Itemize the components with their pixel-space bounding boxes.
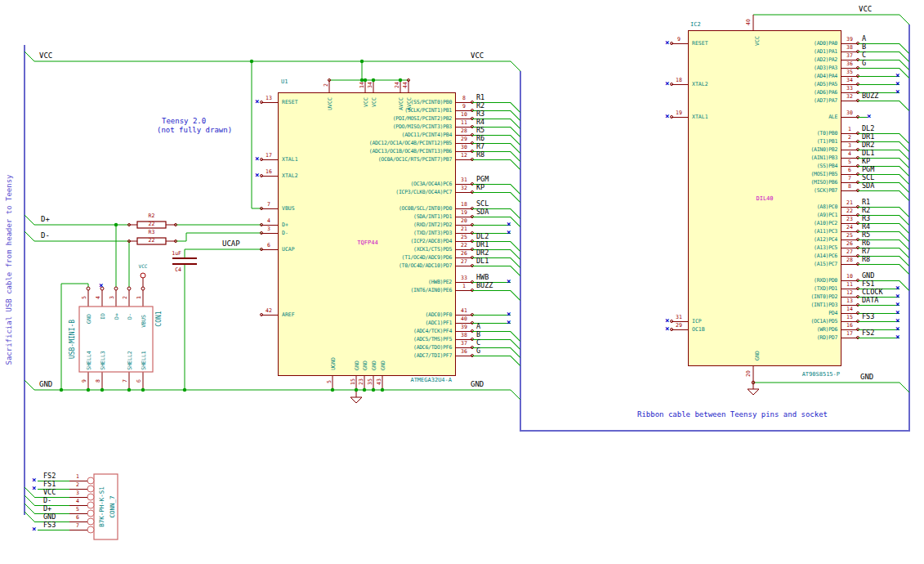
pin-row[interactable]: (SS/PCINT0)PB0 8 R1 × xyxy=(310,98,527,106)
net-label-ucap[interactable]: UCAP xyxy=(222,239,240,248)
pin-row[interactable]: × xyxy=(310,302,527,311)
pin-row[interactable]: (A14)PC6 27 R7 × xyxy=(719,252,923,260)
pin-name: (INT1)PD3 xyxy=(719,302,837,308)
u1-pin-xtal1[interactable]: × 17 XTAL1 xyxy=(258,155,340,163)
pin-row[interactable]: × xyxy=(310,163,527,172)
net-label-gnd[interactable]: GND xyxy=(860,373,873,381)
wire xyxy=(472,225,511,226)
pin-row[interactable]: (MISO)PB6 7 SCL × xyxy=(719,178,923,186)
pin-row[interactable]: (AD7)PA7 32 BUZZ × xyxy=(719,96,923,105)
pin-row[interactable]: (TXD)PD1 11 FS1 × xyxy=(719,284,923,293)
no-connect-icon: × xyxy=(895,316,899,325)
pin-row[interactable]: × xyxy=(719,268,923,276)
pin-row[interactable]: (OC3A/OC4A)PC6 31 PGM × xyxy=(310,180,527,188)
pin-row[interactable]: (T0/OC4D/ADC10)PD7 27 DL1 × xyxy=(310,262,527,270)
pin-row[interactable]: (OC0B/SCL/INT0)PD0 18 SCL × xyxy=(310,204,527,213)
u1-ref[interactable]: U1 xyxy=(281,78,288,85)
pin-row[interactable]: (AD3)PA3 36 G × xyxy=(719,64,923,72)
r3-ref[interactable]: R3 xyxy=(137,230,166,235)
u1-pin-ucap[interactable]: 6 UCAP xyxy=(258,245,340,253)
wire xyxy=(858,264,899,265)
pin-row[interactable]: (AD1)PA1 38 B × xyxy=(719,47,923,56)
net-label-vcc[interactable]: VCC xyxy=(859,5,872,13)
net-label-vcc[interactable]: VCC xyxy=(39,51,52,60)
pin-row[interactable]: (SCK)PB7 8 SDA × xyxy=(719,186,923,195)
pin-row[interactable]: (ADC6/TDO)PF6 37 C × xyxy=(310,343,527,351)
pin-number: 1 xyxy=(72,473,83,480)
pin-number: 6 xyxy=(72,514,83,521)
pin-row[interactable]: (PDO/MISO/PCINT3)PB3 11 R4 × xyxy=(310,123,527,131)
pin-row[interactable]: (ICP2/ADC8)PD4 25 DL2 × xyxy=(310,237,527,245)
pin-row[interactable]: (SS)PB4 5 KP × xyxy=(719,162,923,170)
pin-row[interactable]: (OC0A/OC1C/RTS/PCINT7)PB7 12 R8 × xyxy=(310,155,527,163)
net-label: R1 xyxy=(476,93,484,101)
pin-row[interactable]: (SCLK/PCINT1)PB1 9 R2 × xyxy=(310,106,527,114)
pin-row[interactable]: (A10)PC2 23 R3 × xyxy=(719,219,923,227)
pin-row[interactable]: × xyxy=(310,270,527,278)
pin-row[interactable]: (ADC1)PF1 40 × xyxy=(310,319,527,327)
pin-row[interactable]: × xyxy=(310,294,527,302)
pin-row[interactable]: (INT1)PD3 13 DATA × xyxy=(719,301,923,309)
pin-row[interactable]: (HWB)PE2 33 HWB × xyxy=(310,278,527,286)
pin-row[interactable]: (ADC11/PCINT4)PB4 28 R5 × xyxy=(310,131,527,139)
u1-pin-xtal2[interactable]: × 16 XTAL2 xyxy=(258,172,340,180)
c4-ref[interactable]: C4 xyxy=(160,267,181,273)
r2-ref[interactable]: R2 xyxy=(137,213,166,219)
pin-row[interactable]: (INT0)PD2 12 CLOCK × xyxy=(719,293,923,301)
pin-row[interactable]: (ICP3/CLK0/OC4A)PC7 32 KP × xyxy=(310,188,527,196)
pin-row[interactable]: (PDI/MOSI/PCINT2)PB2 10 R3 × xyxy=(310,114,527,123)
ic2-pin-reset[interactable]: × 9 RESET xyxy=(668,39,750,47)
pin-row[interactable]: (AIN0)PB2 3 DR2 × xyxy=(719,145,923,154)
pin-row[interactable]: (INT6/AIN0)PE6 1 BUZZ × xyxy=(310,286,527,294)
pin-row[interactable]: (ADC0)PF0 41 × xyxy=(310,311,527,319)
pin-row[interactable]: (RXD)PD0 10 GND × xyxy=(719,276,923,284)
pin-row[interactable]: (SDA/INT1)PD1 19 SDA × xyxy=(310,213,527,221)
pin-row[interactable]: (ADC7/TDI)PF7 36 G × xyxy=(310,351,527,360)
u1-pin-dminus[interactable]: 3 D- xyxy=(258,229,340,237)
pin-row[interactable]: (ADC12/OC1A/OC4B/PCINT12)PB5 29 R6 × xyxy=(310,139,527,147)
ic2-pin-oc1b[interactable]: × 29 OC1B xyxy=(668,325,750,333)
pin-row[interactable]: × xyxy=(310,196,527,204)
pin-row[interactable]: (T1)PB1 2 DR1 × xyxy=(719,137,923,145)
u1-pin-aref[interactable]: 42 AREF xyxy=(258,311,340,319)
net-label-dplus[interactable]: D+ xyxy=(41,215,50,223)
pin-row[interactable]: (ADC5/TMS)PF5 38 B × xyxy=(310,335,527,343)
net-label: DR2 xyxy=(476,248,489,257)
pin-row[interactable]: (RD)PD7 17 FS2 × xyxy=(719,333,923,342)
pin-row[interactable]: (A11)PC3 24 R4 × xyxy=(719,227,923,235)
pin-row[interactable]: PD4 14 × xyxy=(719,309,923,317)
pin-row[interactable]: (T0)PB0 1 DL2 × xyxy=(719,129,923,137)
wire xyxy=(858,338,899,338)
net-label-dminus[interactable]: D- xyxy=(41,231,50,239)
pin-row[interactable]: (MOSI)PB5 6 PGM × xyxy=(719,170,923,178)
pin-name: (ADC13/OC1B/OC4B/PCINT13)PB6 xyxy=(310,148,452,154)
pin-row[interactable]: (A12)PC4 25 R5 × xyxy=(719,235,923,244)
pin-row[interactable]: (A13)PC5 26 R6 × xyxy=(719,244,923,252)
pin-row[interactable]: (T1/OC4D/ADC9)PD6 26 DR2 × xyxy=(310,253,527,262)
pin-row[interactable]: (RXD/INT2)PD2 20 × xyxy=(310,221,527,229)
net-label: FS1 xyxy=(862,280,874,288)
pin-row[interactable]: (A15)PC7 28 R8 × xyxy=(719,260,923,268)
pin-row[interactable]: (A8)PC0 21 R1 × xyxy=(719,203,923,211)
pin-number: 13 xyxy=(842,298,857,304)
pin-row[interactable]: (XCK1/CTS)PD5 22 DR1 × xyxy=(310,245,527,253)
pin-row[interactable]: × FS3 7 xyxy=(33,526,124,534)
net-label-gnd[interactable]: GND xyxy=(471,380,484,388)
pin-row[interactable]: × xyxy=(310,172,527,180)
net-label-gnd[interactable]: GND xyxy=(39,380,52,388)
u1-pin-vbus[interactable]: 7 VBUS xyxy=(258,204,340,213)
net-label-vcc[interactable]: VCC xyxy=(471,51,484,60)
pin-row[interactable]: × xyxy=(719,121,923,129)
pin-row[interactable]: (ADC4/TCK)PF4 39 A × xyxy=(310,327,527,335)
pin-row[interactable]: × xyxy=(719,105,923,113)
ic2-pin-xtal1[interactable]: × 19 XTAL1 xyxy=(668,113,750,121)
pin-row[interactable]: (AD2)PA2 37 C × xyxy=(719,56,923,64)
ic2-ref[interactable]: IC2 xyxy=(690,21,701,28)
pin-row[interactable]: (AIN1)PB3 4 DL1 × xyxy=(719,154,923,162)
pin-row[interactable]: (AD6)PA6 33 × xyxy=(719,88,923,96)
pin-row[interactable]: (TXD/INT3)PD3 21 × xyxy=(310,229,527,237)
pin-row[interactable]: (A9)PC1 22 R2 × xyxy=(719,211,923,219)
ic2-pin-xtal2[interactable]: × 18 XTAL2 xyxy=(668,80,750,88)
pin-row[interactable]: (AD4)PA4 35 × xyxy=(719,72,923,80)
pin-row[interactable]: (ADC13/OC1B/OC4B/PCINT13)PB6 30 R7 × xyxy=(310,147,527,155)
